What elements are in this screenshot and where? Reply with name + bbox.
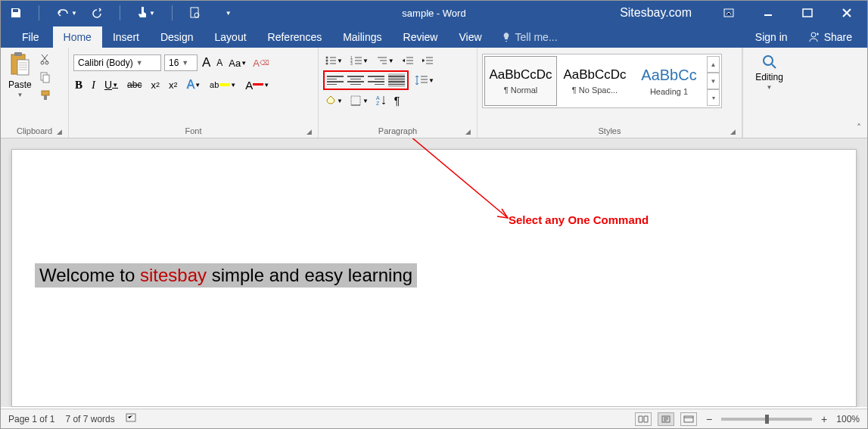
svg-point-5 bbox=[811, 33, 816, 37]
print-preview-icon[interactable] bbox=[189, 7, 200, 19]
font-color-button[interactable]: A▼ bbox=[244, 77, 271, 93]
styles-more-icon[interactable]: ▾ bbox=[708, 89, 720, 106]
tab-insert[interactable]: Insert bbox=[102, 26, 150, 48]
editing-button[interactable]: Editing ▼ bbox=[748, 51, 791, 94]
align-right-button[interactable] bbox=[368, 73, 384, 87]
styles-down-icon[interactable]: ▼ bbox=[708, 73, 720, 89]
svg-rect-13 bbox=[42, 91, 49, 95]
change-case-button[interactable]: Aa▼ bbox=[227, 56, 248, 70]
superscript-button[interactable]: x2 bbox=[167, 78, 179, 92]
svg-point-9 bbox=[41, 61, 44, 64]
shrink-font-button[interactable]: A bbox=[215, 56, 224, 70]
title-right: Sitesbay.com bbox=[620, 2, 867, 23]
copy-icon bbox=[39, 71, 51, 83]
styles-launcher-icon[interactable]: ◢ bbox=[730, 128, 736, 135]
tab-file[interactable]: File bbox=[11, 26, 53, 48]
clear-format-button[interactable]: A⌫ bbox=[251, 56, 271, 70]
borders-button[interactable]: ▼ bbox=[349, 94, 370, 107]
svg-rect-14 bbox=[44, 95, 47, 100]
text-effects-button[interactable]: A▼ bbox=[185, 76, 202, 93]
svg-point-10 bbox=[45, 61, 48, 64]
tab-layout[interactable]: Layout bbox=[204, 26, 257, 48]
numbering-button[interactable]: 123▼ bbox=[349, 54, 370, 67]
show-marks-button[interactable]: ¶ bbox=[393, 93, 402, 108]
style-no-spacing[interactable]: AaBbCcDc ¶ No Spac... bbox=[558, 56, 631, 106]
share-icon bbox=[807, 31, 820, 43]
font-launcher-icon[interactable]: ◢ bbox=[306, 128, 312, 135]
increase-indent-button[interactable] bbox=[420, 54, 435, 67]
word-count[interactable]: 7 of 7 words bbox=[65, 414, 114, 424]
tab-design[interactable]: Design bbox=[150, 26, 204, 48]
ribbon-display-icon[interactable] bbox=[716, 2, 742, 23]
style-heading1[interactable]: AaBbCc Heading 1 bbox=[633, 56, 705, 106]
sort-button[interactable]: AZ bbox=[375, 93, 388, 108]
tab-references[interactable]: References bbox=[257, 26, 333, 48]
collapse-ribbon-icon[interactable]: ˄ bbox=[857, 123, 861, 133]
styles-up-icon[interactable]: ▲ bbox=[708, 56, 720, 73]
proofing-icon[interactable] bbox=[126, 412, 138, 425]
underline-button[interactable]: U▼ bbox=[103, 77, 120, 92]
zoom-out-button[interactable]: − bbox=[703, 413, 715, 425]
minimize-icon[interactable] bbox=[755, 2, 781, 23]
svg-text:A: A bbox=[376, 95, 380, 101]
watermark-text: Sitesbay.com bbox=[620, 6, 692, 20]
separator bbox=[172, 5, 173, 20]
find-icon bbox=[761, 54, 778, 70]
strike-button[interactable]: abc bbox=[126, 78, 143, 92]
style-normal[interactable]: AaBbCcDc ¶ Normal bbox=[484, 56, 557, 106]
svg-rect-3 bbox=[764, 14, 772, 16]
zoom-slider[interactable] bbox=[721, 418, 812, 421]
grow-font-button[interactable]: A bbox=[201, 54, 212, 72]
paragraph-launcher-icon[interactable]: ◢ bbox=[465, 128, 471, 135]
customize-qat-icon[interactable]: ▼ bbox=[226, 10, 232, 17]
maximize-icon[interactable] bbox=[795, 2, 820, 23]
line-spacing-button[interactable]: ▼ bbox=[413, 73, 436, 88]
redo-icon[interactable] bbox=[91, 8, 103, 18]
tab-mailings[interactable]: Mailings bbox=[332, 26, 392, 48]
tab-home[interactable]: Home bbox=[53, 26, 102, 48]
multilevel-button[interactable]: ▼ bbox=[375, 54, 396, 67]
status-bar: Page 1 of 1 7 of 7 words − + 100% bbox=[1, 409, 867, 428]
selected-text[interactable]: Welcome to sitesbay simple and easy lear… bbox=[35, 263, 417, 288]
tell-me-search[interactable]: Tell me... bbox=[493, 26, 567, 48]
styles-scroll: ▲ ▼ ▾ bbox=[707, 56, 720, 106]
close-icon[interactable] bbox=[834, 2, 860, 23]
font-label: Font◢ bbox=[73, 125, 313, 138]
highlight-button[interactable]: ab▼ bbox=[208, 79, 238, 91]
editing-label: Editing bbox=[755, 72, 783, 82]
italic-button[interactable]: I bbox=[90, 77, 97, 93]
touch-mode-icon[interactable]: ▼ bbox=[137, 7, 155, 19]
shading-button[interactable]: ▼ bbox=[323, 94, 344, 107]
paste-icon bbox=[8, 52, 31, 78]
ribbon: Paste ▼ Clipboard◢ Calibri (Body)▼ 16▼ A… bbox=[1, 48, 867, 138]
align-center-button[interactable] bbox=[347, 73, 364, 87]
align-left-button[interactable] bbox=[327, 73, 344, 87]
save-icon[interactable] bbox=[10, 7, 22, 19]
subscript-button[interactable]: x2 bbox=[149, 78, 161, 92]
zoom-level[interactable]: 100% bbox=[836, 414, 860, 424]
font-name-combo[interactable]: Calibri (Body)▼ bbox=[73, 54, 161, 71]
decrease-indent-button[interactable] bbox=[400, 54, 415, 67]
web-layout-icon[interactable] bbox=[680, 412, 697, 426]
tab-view[interactable]: View bbox=[448, 26, 492, 48]
bullets-button[interactable]: ▼ bbox=[323, 54, 344, 67]
align-justify-button[interactable] bbox=[388, 73, 405, 87]
format-painter-button[interactable] bbox=[38, 89, 53, 102]
tab-review[interactable]: Review bbox=[393, 26, 449, 48]
copy-button[interactable] bbox=[38, 70, 53, 84]
clipboard-launcher-icon[interactable]: ◢ bbox=[57, 128, 62, 135]
zoom-thumb[interactable] bbox=[765, 415, 769, 424]
svg-text:Z: Z bbox=[376, 101, 380, 106]
document-page[interactable]: Select any One Command Welcome to sitesb… bbox=[11, 149, 857, 407]
paste-button[interactable]: Paste ▼ bbox=[5, 51, 35, 100]
print-layout-icon[interactable] bbox=[658, 412, 674, 426]
font-size-combo[interactable]: 16▼ bbox=[164, 54, 198, 71]
cut-button[interactable] bbox=[38, 52, 53, 66]
page-number[interactable]: Page 1 of 1 bbox=[8, 414, 54, 424]
undo-icon[interactable]: ▼ bbox=[56, 8, 77, 18]
zoom-in-button[interactable]: + bbox=[818, 413, 830, 425]
read-mode-icon[interactable] bbox=[635, 412, 652, 426]
sign-in-button[interactable]: Sign in bbox=[746, 26, 797, 48]
bold-button[interactable]: B bbox=[73, 77, 84, 93]
share-button[interactable]: Share bbox=[800, 26, 860, 48]
